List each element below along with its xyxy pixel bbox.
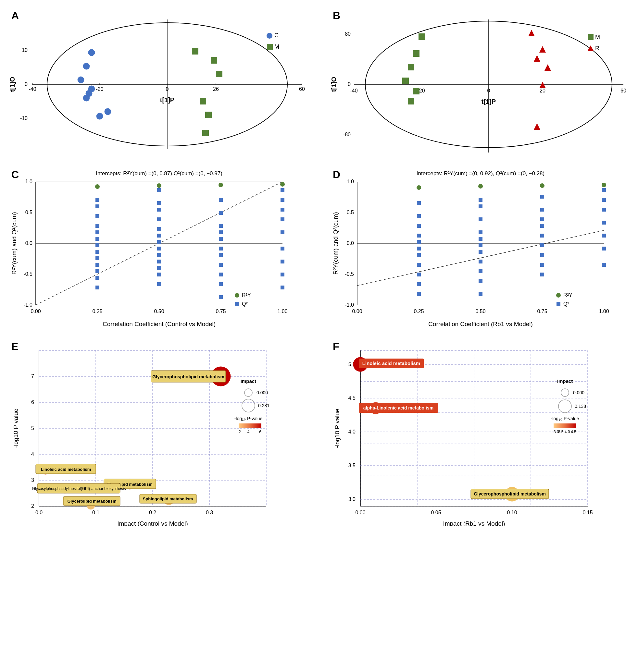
svg-rect-174 xyxy=(479,279,483,283)
svg-rect-183 xyxy=(540,263,544,267)
svg-rect-51 xyxy=(408,64,414,70)
svg-point-134 xyxy=(235,293,239,297)
svg-text:Q²: Q² xyxy=(242,301,248,307)
svg-point-294 xyxy=(561,389,569,397)
svg-text:0: 0 xyxy=(348,82,351,87)
svg-rect-187 xyxy=(540,218,544,221)
svg-rect-54 xyxy=(408,98,414,104)
svg-text:0.000: 0.000 xyxy=(573,390,584,395)
panel-e: E xyxy=(6,338,325,525)
svg-rect-172 xyxy=(479,260,483,263)
svg-text:0.138: 0.138 xyxy=(575,404,586,409)
svg-rect-117 xyxy=(219,263,223,267)
panel-f-svg: 0.00 0.05 0.10 0.15 3.0 3.5 4.0 4.5 5.0 xyxy=(328,338,638,525)
svg-rect-192 xyxy=(602,234,606,238)
svg-point-156 xyxy=(602,183,606,187)
svg-rect-95 xyxy=(96,198,99,202)
svg-rect-121 xyxy=(219,295,223,299)
svg-rect-158 xyxy=(417,240,421,244)
svg-text:0.50: 0.50 xyxy=(475,309,485,314)
svg-point-23 xyxy=(97,113,103,119)
svg-rect-61 xyxy=(588,34,593,40)
svg-text:3: 3 xyxy=(31,477,34,483)
svg-rect-113 xyxy=(219,230,223,234)
svg-rect-102 xyxy=(157,247,161,251)
svg-text:0: 0 xyxy=(166,86,169,92)
svg-text:0.75: 0.75 xyxy=(216,309,226,314)
svg-rect-162 xyxy=(417,273,421,276)
svg-rect-131 xyxy=(281,286,284,290)
svg-rect-190 xyxy=(602,208,606,211)
svg-rect-157 xyxy=(417,234,421,238)
svg-rect-118 xyxy=(219,273,223,276)
svg-rect-166 xyxy=(417,201,421,205)
svg-text:C: C xyxy=(274,32,279,39)
svg-text:60: 60 xyxy=(299,86,305,92)
svg-point-197 xyxy=(556,293,561,297)
svg-rect-122 xyxy=(219,211,223,215)
svg-text:0: 0 xyxy=(25,82,28,87)
svg-text:5: 5 xyxy=(31,425,34,431)
svg-rect-184 xyxy=(540,273,544,276)
svg-text:M: M xyxy=(595,34,600,40)
svg-rect-164 xyxy=(417,292,421,296)
svg-marker-60 xyxy=(534,123,540,130)
svg-rect-126 xyxy=(281,218,284,221)
svg-rect-100 xyxy=(157,234,161,238)
svg-rect-161 xyxy=(417,263,421,267)
svg-text:4.0: 4.0 xyxy=(348,429,355,434)
svg-text:Intercepts: R²Y(cum) =(0, 0.92: Intercepts: R²Y(cum) =(0, 0.92), Q²(cum)… xyxy=(417,170,544,176)
svg-rect-106 xyxy=(157,273,161,276)
panel-b: B -40 -20 0 20 60 0 80 -80 t[1]P xyxy=(328,6,638,162)
svg-text:0.75: 0.75 xyxy=(537,309,547,314)
panel-a-label: A xyxy=(11,10,19,22)
svg-point-25 xyxy=(86,90,92,97)
svg-text:Correlation Coefficient (Contr: Correlation Coefficient (Control vs Mode… xyxy=(103,321,216,327)
svg-rect-188 xyxy=(602,188,606,192)
svg-rect-34 xyxy=(267,44,273,50)
svg-text:t[1]O: t[1]O xyxy=(330,77,337,92)
svg-text:0.1: 0.1 xyxy=(92,510,99,515)
panel-e-label: E xyxy=(11,341,18,353)
svg-rect-165 xyxy=(417,214,421,218)
svg-rect-53 xyxy=(413,88,419,94)
svg-text:t[1]P: t[1]P xyxy=(482,98,496,105)
svg-text:80: 80 xyxy=(345,31,351,37)
svg-text:1.00: 1.00 xyxy=(277,309,287,314)
svg-rect-199 xyxy=(556,302,560,306)
svg-text:-log10 P value: -log10 P value xyxy=(334,409,340,448)
svg-text:1.0: 1.0 xyxy=(347,179,354,184)
svg-text:-10: -10 xyxy=(20,116,28,121)
svg-rect-168 xyxy=(479,230,483,234)
svg-text:Correlation Coefficient (Rb1 v: Correlation Coefficient (Rb1 vs Model) xyxy=(428,321,533,327)
svg-rect-94 xyxy=(96,286,99,290)
svg-rect-52 xyxy=(402,77,409,84)
svg-text:4: 4 xyxy=(247,430,250,434)
svg-rect-104 xyxy=(157,260,161,263)
svg-text:4: 4 xyxy=(31,451,34,457)
svg-text:3.5 4.0: 3.5 4.0 xyxy=(558,430,570,434)
svg-text:0.05: 0.05 xyxy=(431,510,441,515)
svg-text:t[1]O: t[1]O xyxy=(9,77,16,92)
svg-text:1.0: 1.0 xyxy=(25,179,32,184)
svg-rect-171 xyxy=(479,250,483,254)
svg-text:2: 2 xyxy=(239,430,241,434)
svg-text:Linoleic acid metabolism: Linoleic acid metabolism xyxy=(41,467,91,472)
svg-rect-163 xyxy=(417,282,421,286)
svg-rect-127 xyxy=(281,230,284,234)
svg-rect-97 xyxy=(96,214,99,218)
svg-rect-159 xyxy=(417,247,421,251)
svg-rect-49 xyxy=(419,33,425,40)
svg-text:0.0: 0.0 xyxy=(25,240,32,246)
svg-rect-299 xyxy=(554,424,576,428)
svg-rect-92 xyxy=(96,269,99,273)
svg-rect-99 xyxy=(157,227,161,231)
svg-text:0.0: 0.0 xyxy=(35,510,43,515)
panel-b-svg: -40 -20 0 20 60 0 80 -80 t[1]P t[1]O xyxy=(328,6,638,162)
svg-rect-182 xyxy=(540,253,544,257)
svg-text:0.25: 0.25 xyxy=(414,309,424,314)
svg-rect-88 xyxy=(96,243,99,247)
svg-point-19 xyxy=(83,63,89,69)
svg-rect-120 xyxy=(219,198,223,202)
svg-rect-91 xyxy=(96,263,99,267)
